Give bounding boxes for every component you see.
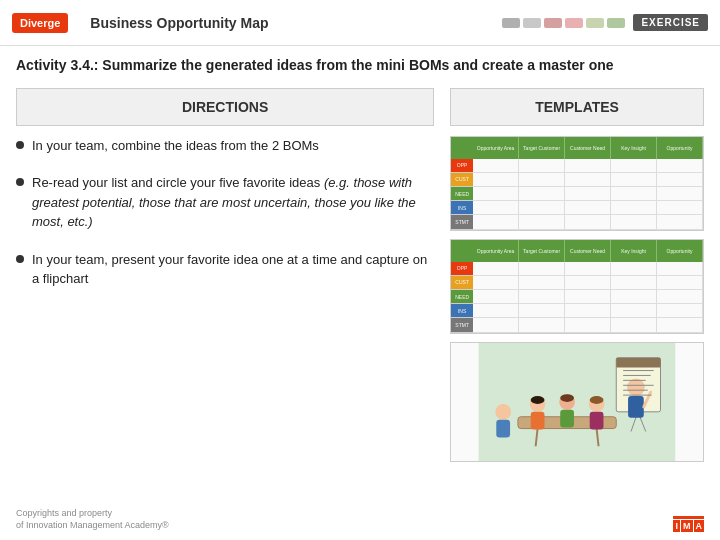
progress-dot-6 (607, 18, 625, 28)
bom2-label-r4: INS (451, 304, 473, 318)
bom2-data-row-4 (473, 304, 703, 318)
bom-data-row-5 (473, 215, 703, 229)
bom2-cell-5-2 (519, 318, 565, 331)
bom-cell-5-4 (611, 215, 657, 228)
bom2-cell-5-3 (565, 318, 611, 331)
ima-letter-m: M (681, 520, 693, 532)
bom-cell-2-1 (473, 173, 519, 186)
bullet-item-3: In your team, present your favorite idea… (16, 250, 434, 289)
bom-cell-2-4 (611, 173, 657, 186)
bom2-cell-2-3 (565, 276, 611, 289)
bom2-cell-5-1 (473, 318, 519, 331)
page-title: Business Opportunity Map (90, 15, 268, 31)
bom2-cell-4-5 (657, 304, 703, 317)
svg-point-27 (590, 396, 604, 404)
bom-cell-1-3 (565, 159, 611, 172)
bom-label-r5: STMT (451, 215, 473, 229)
bullet-dot-3 (16, 255, 24, 263)
bom-cell-3-4 (611, 187, 657, 200)
directions-column: DIRECTIONS In your team, combine the ide… (16, 88, 434, 462)
bom-col-4: Key Insight (611, 137, 657, 159)
bom-cell-2-2 (519, 173, 565, 186)
bullet-list: In your team, combine the ideas from the… (16, 136, 434, 289)
svg-point-16 (627, 378, 645, 396)
footer: Copyrights and property of Innovation Ma… (16, 507, 704, 532)
activity-title: Activity 3.4.: Summarize the generated i… (0, 46, 720, 84)
bom-cell-5-1 (473, 215, 519, 228)
bom-cell-1-5 (657, 159, 703, 172)
bullet-dot-1 (16, 141, 24, 149)
bom2-cell-3-1 (473, 290, 519, 303)
bom-cell-2-5 (657, 173, 703, 186)
svg-rect-17 (628, 396, 644, 418)
bom-data-row-2 (473, 173, 703, 187)
bom-col-1: Opportunity Area (473, 137, 519, 159)
svg-rect-2 (616, 357, 660, 367)
ima-letters: I M A (673, 520, 704, 532)
bom2-label-r3: NEED (451, 290, 473, 304)
bom2-label-r5: STMT (451, 318, 473, 332)
bom-cell-4-1 (473, 201, 519, 214)
bom2-cell-3-5 (657, 290, 703, 303)
bom-label-r4: INS (451, 201, 473, 215)
bullet-text-2: Re-read your list and circle your five f… (32, 173, 434, 232)
progress-dot-4 (565, 18, 583, 28)
bom2-cell-5-4 (611, 318, 657, 331)
bom2-data-row-3 (473, 290, 703, 304)
ima-letter-i: I (673, 520, 680, 532)
header-right: EXERCISE (502, 14, 708, 31)
bullet-text-1: In your team, combine the ideas from the… (32, 136, 319, 156)
bom-cell-5-2 (519, 215, 565, 228)
bom2-cell-1-3 (565, 262, 611, 275)
svg-point-8 (495, 404, 511, 420)
bom-cell-4-4 (611, 201, 657, 214)
ima-letter-a: A (694, 520, 705, 532)
bom2-header-row: Opportunity Area Target Customer Custome… (473, 240, 703, 262)
bom-cell-1-2 (519, 159, 565, 172)
bom2-label-r2: CUST (451, 276, 473, 290)
progress-dot-3 (544, 18, 562, 28)
bom2-cell-1-2 (519, 262, 565, 275)
bom2-col-4: Key Insight (611, 240, 657, 262)
logo-badge: Diverge (12, 13, 68, 33)
bom-cell-3-3 (565, 187, 611, 200)
bom-data-rows (473, 159, 703, 230)
bom2-cell-3-3 (565, 290, 611, 303)
bom-col-2: Target Customer (519, 137, 565, 159)
bom-cell-3-5 (657, 187, 703, 200)
progress-indicator (502, 18, 625, 28)
main-content: DIRECTIONS In your team, combine the ide… (0, 88, 720, 462)
bom2-cell-5-5 (657, 318, 703, 331)
bullet-text-2-italic: (e.g. those with greatest potential, tho… (32, 175, 416, 229)
progress-dot-5 (586, 18, 604, 28)
bom-cell-4-3 (565, 201, 611, 214)
bom-data-row-3 (473, 187, 703, 201)
bom-label-r3: NEED (451, 187, 473, 201)
bom-label-r2: CUST (451, 173, 473, 187)
ima-logo: I M A (673, 516, 704, 532)
bom2-col-5: Opportunity (657, 240, 703, 262)
bom-cell-4-2 (519, 201, 565, 214)
bom-cell-3-1 (473, 187, 519, 200)
bom2-col-2: Target Customer (519, 240, 565, 262)
illustration-svg (451, 343, 703, 461)
template-illustration (450, 342, 704, 462)
bom2-cell-1-1 (473, 262, 519, 275)
bom2-cell-4-4 (611, 304, 657, 317)
bom2-data-rows (473, 262, 703, 333)
bom2-data-row-1 (473, 262, 703, 276)
ima-line-top (673, 516, 704, 519)
bom2-cell-1-4 (611, 262, 657, 275)
bullet-dot-2 (16, 178, 24, 186)
footer-line-2: of Innovation Management Academy® (16, 519, 169, 532)
bom-header-row: Opportunity Area Target Customer Custome… (473, 137, 703, 159)
progress-dot-2 (523, 18, 541, 28)
bom2-col-1: Opportunity Area (473, 240, 519, 262)
bom2-cell-2-2 (519, 276, 565, 289)
bom2-cell-3-2 (519, 290, 565, 303)
templates-column: TEMPLATES OPP CUST NEED INS STMT Opport (450, 88, 704, 462)
bom2-cell-4-3 (565, 304, 611, 317)
bom2-cell-3-4 (611, 290, 657, 303)
bom2-label-r1: OPP (451, 262, 473, 276)
bom-cell-2-3 (565, 173, 611, 186)
